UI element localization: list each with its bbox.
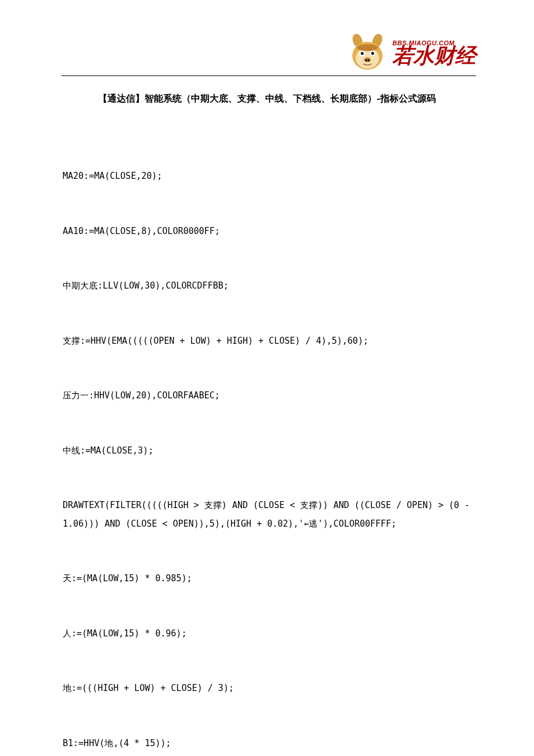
logo-brand: 若水财经	[392, 45, 476, 66]
svg-point-8	[364, 57, 371, 62]
svg-point-11	[357, 44, 378, 51]
svg-point-9	[366, 59, 367, 62]
code-line: 天:=(MA(LOW,15) * 0.985);	[63, 570, 476, 588]
code-line: DRAWTEXT(FILTER(((((HIGH > 支撑) AND (CLOS…	[63, 496, 476, 533]
header: BBS.MIAOGU.COM 若水财经	[347, 34, 476, 72]
header-divider	[62, 75, 476, 76]
code-line: AA10:=MA(CLOSE,8),COLOR0000FF;	[63, 222, 476, 241]
code-line: MA20:=MA(CLOSE,20);	[63, 167, 476, 186]
logo-text: BBS.MIAOGU.COM 若水财经	[392, 39, 476, 66]
code-line: 人:=(MA(LOW,15) * 0.96);	[63, 625, 476, 643]
code-line: 中期大底:LLV(LOW,30),COLORCDFFBB;	[63, 277, 476, 296]
code-line: 压力一:HHV(LOW,20),COLORFAABEC;	[63, 387, 476, 405]
page-title: 【通达信】智能系统（中期大底、支撑、中线、下档线、长期底部）-指标公式源码	[0, 93, 534, 105]
code-line: 中线:=MA(CLOSE,3);	[63, 442, 476, 460]
code-line: B1:=HHV(地,(4 * 15));	[63, 735, 476, 753]
code-line: 地:=(((HIGH + LOW) + CLOSE) / 3);	[63, 679, 476, 698]
svg-point-10	[368, 59, 370, 62]
svg-point-6	[361, 52, 364, 55]
mascot-icon	[347, 34, 388, 72]
svg-point-7	[371, 52, 374, 55]
code-line: 支撑:=HHV(EMA(((((OPEN + LOW) + HIGH) + CL…	[63, 332, 476, 351]
code-block: MA20:=MA(CLOSE,20); AA10:=MA(CLOSE,8),CO…	[63, 131, 476, 756]
